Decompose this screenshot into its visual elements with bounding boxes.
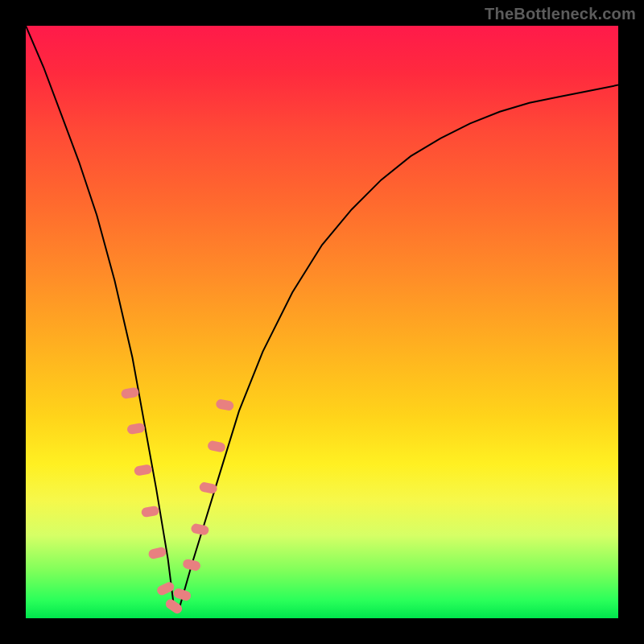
chart-root: TheBottleneck.com [0, 0, 644, 644]
bottleneck-curve [26, 26, 618, 606]
highlight-bead [141, 506, 160, 518]
highlight-beads-group [121, 387, 235, 616]
watermark-text: TheBottleneck.com [485, 5, 636, 23]
highlight-bead [207, 440, 226, 453]
highlight-bead [190, 523, 209, 536]
highlight-bead [147, 547, 167, 560]
highlight-bead [126, 423, 146, 436]
highlight-bead [199, 481, 218, 494]
highlight-bead [134, 464, 153, 477]
plot-svg [26, 26, 618, 618]
plot-area [26, 26, 618, 618]
highlight-bead [215, 398, 234, 411]
highlight-bead [121, 387, 140, 399]
highlight-bead [182, 558, 201, 572]
